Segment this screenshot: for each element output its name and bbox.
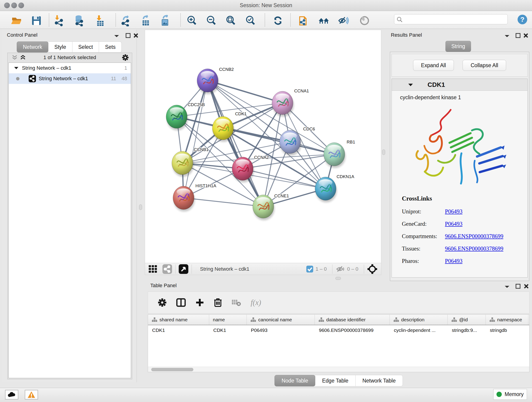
crosslink-row: Pharos:P06493 <box>402 255 527 267</box>
node-CCNE1[interactable] <box>253 195 274 220</box>
node-RB1[interactable] <box>324 143 346 168</box>
show-columns-icon[interactable] <box>176 298 186 307</box>
export-table-button[interactable] <box>140 15 152 26</box>
import-network-button[interactable] <box>54 15 65 26</box>
cloud-button[interactable] <box>5 390 18 400</box>
crosslink-link[interactable]: P06493 <box>445 258 462 264</box>
table-cell[interactable]: cyclin-dependent ... <box>390 325 448 335</box>
tab-sets[interactable]: Sets <box>99 41 122 52</box>
table-cell[interactable]: stringdb:9... <box>448 325 486 335</box>
tree-expand-icon[interactable] <box>14 66 19 70</box>
birdseye-navigator-icon[interactable] <box>367 264 377 274</box>
zoom-in-button[interactable] <box>186 15 197 26</box>
edge-CDK1-RB1[interactable] <box>223 128 334 154</box>
column-header[interactable]: canonical name <box>247 315 315 325</box>
table-options-gear-icon[interactable] <box>158 298 167 307</box>
node-CDKN1A[interactable] <box>315 177 337 202</box>
export-image-button[interactable] <box>160 15 171 26</box>
tab-string[interactable]: String <box>445 41 471 52</box>
delete-column-icon[interactable] <box>214 298 222 307</box>
preview-sphere-icon[interactable] <box>359 15 370 26</box>
horizontal-splitter-grip[interactable] <box>336 277 341 280</box>
node-count: 11 <box>111 76 116 82</box>
add-column-icon[interactable] <box>195 298 204 307</box>
panel-menu-chevron-icon[interactable] <box>504 285 510 289</box>
tab-network-table[interactable]: Network Table <box>355 375 403 386</box>
node-CDC25B[interactable] <box>166 105 188 130</box>
network-row[interactable]: String Network – cdk1 11 48 <box>9 73 131 84</box>
column-header[interactable]: database identifier <box>315 315 390 325</box>
network-view-mode-icon[interactable] <box>162 264 172 274</box>
tab-select[interactable]: Select <box>72 41 99 52</box>
zoom-selected-button[interactable] <box>245 15 256 26</box>
show-hide-graphics-button[interactable] <box>337 15 349 26</box>
node-HIST1H1A[interactable] <box>173 186 195 211</box>
home-string-button[interactable] <box>318 15 329 26</box>
network-canvas[interactable]: CCNB2CCNA1CDC25BCDK1CDC6RB1CCNB1CCNA2HIS… <box>145 30 381 263</box>
open-session-button[interactable] <box>11 15 22 26</box>
node-CDK1[interactable] <box>212 116 234 142</box>
import-database-button[interactable] <box>73 15 84 26</box>
column-header[interactable]: @id <box>448 315 486 325</box>
warnings-button[interactable] <box>25 390 38 400</box>
vertical-splitter-grip[interactable] <box>382 149 385 155</box>
float-panel-icon[interactable] <box>515 32 521 38</box>
node-CCNB2[interactable] <box>197 69 219 94</box>
crosslink-link[interactable]: 9606.ENSP00000378699 <box>445 233 503 240</box>
panel-menu-chevron-icon[interactable] <box>504 34 510 38</box>
vertical-splitter-grip[interactable] <box>139 204 142 210</box>
gear-icon[interactable] <box>122 54 129 61</box>
scrollbar-thumb[interactable] <box>151 368 193 371</box>
control-panel: Control Panel Network Style Select Sets … <box>2 30 137 382</box>
crosslink-row: GeneCard:P06493 <box>402 218 527 230</box>
crosslink-link[interactable]: 9606.ENSP00000378699 <box>445 245 503 252</box>
tab-style[interactable]: Style <box>48 41 72 52</box>
node-CCNA1[interactable] <box>272 91 294 117</box>
close-panel-icon[interactable] <box>523 283 529 289</box>
crosslink-link[interactable]: P06493 <box>445 208 462 215</box>
close-panel-icon[interactable] <box>523 32 529 38</box>
protein-section-header[interactable]: CDK1 <box>392 79 527 91</box>
export-network-button[interactable] <box>121 15 132 26</box>
edge-HIST1H1A-CCNE1[interactable] <box>184 198 263 206</box>
table-horizontal-scrollbar[interactable] <box>148 367 530 372</box>
collapse-all-button[interactable]: Collapse All <box>462 60 506 71</box>
section-collapse-icon[interactable] <box>408 83 413 87</box>
column-header[interactable]: name <box>209 315 247 325</box>
toolbar-search-input[interactable] <box>394 14 508 24</box>
edge-CCNB2-HIST1H1A[interactable] <box>184 80 208 198</box>
node-label-CCNA2: CCNA2 <box>254 155 269 160</box>
close-panel-icon[interactable] <box>133 32 139 38</box>
zoom-fit-button[interactable] <box>225 15 236 26</box>
grid-view-icon[interactable] <box>148 264 158 274</box>
column-header[interactable]: namespace <box>486 315 528 325</box>
memory-button[interactable]: Memory <box>493 389 527 400</box>
expand-all-button[interactable]: Expand All <box>413 60 454 71</box>
table-cell[interactable]: CDK1 <box>148 325 209 335</box>
tab-node-table[interactable]: Node Table <box>274 375 315 386</box>
table-cell[interactable]: 9606.ENSP00000378699 <box>315 325 390 335</box>
panel-menu-chevron-icon[interactable] <box>114 34 120 38</box>
float-panel-icon[interactable] <box>125 32 131 38</box>
tab-edge-table[interactable]: Edge Table <box>315 375 355 386</box>
network-collection-row[interactable]: String Network – cdk1 1 <box>9 63 131 73</box>
detach-view-icon[interactable] <box>179 264 188 274</box>
save-session-button[interactable] <box>31 15 42 26</box>
table-cell[interactable]: P06493 <box>247 325 315 335</box>
new-network-from-selection-button[interactable] <box>298 15 309 26</box>
float-panel-icon[interactable] <box>515 283 521 289</box>
table-cell[interactable]: CDK1 <box>209 325 247 335</box>
table-cell[interactable]: stringdb <box>486 325 528 335</box>
node-CCNA2[interactable] <box>232 157 254 182</box>
crosslink-link[interactable]: P06493 <box>445 221 462 227</box>
column-header[interactable]: description <box>390 315 448 325</box>
selected-checkbox-icon[interactable] <box>306 266 313 273</box>
import-table-button[interactable] <box>94 15 106 26</box>
column-header[interactable]: shared name <box>148 315 209 325</box>
table-row[interactable]: CDK1CDK1P064939606.ENSP00000378699cyclin… <box>148 325 529 335</box>
edge-CCNB2-CCNA1[interactable] <box>208 80 283 103</box>
refresh-view-button[interactable] <box>272 15 284 26</box>
zoom-out-button[interactable] <box>206 15 217 26</box>
tab-network[interactable]: Network <box>17 41 48 52</box>
help-button[interactable]: ? <box>517 14 528 26</box>
